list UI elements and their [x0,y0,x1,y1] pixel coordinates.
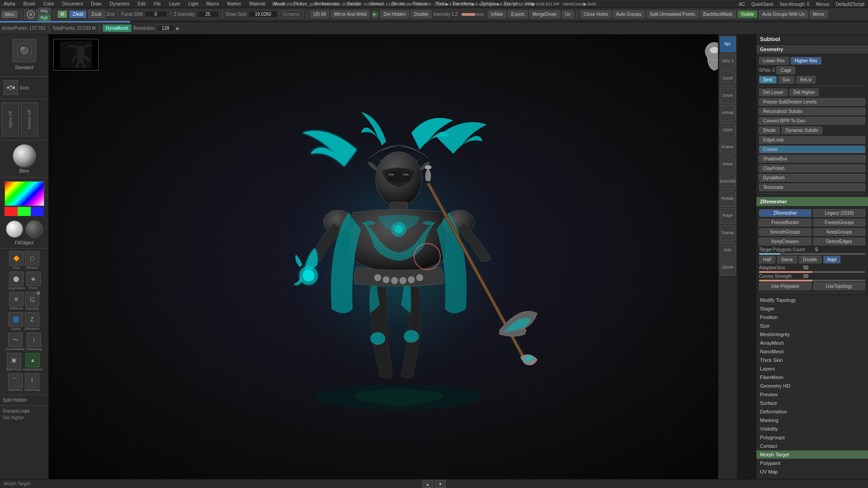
cage-btn[interactable]: Cage [776,66,795,74]
nano-mesh-item[interactable]: NanoMesh [756,347,868,356]
adapt-btn[interactable]: Adpt [823,256,841,263]
del-higher-right-btn[interactable]: Del Higher [789,89,819,96]
deformation-item[interactable]: Deformation [756,408,868,416]
frame-btn[interactable]: Frame [720,139,736,155]
thick-skin-item[interactable]: Thick Skin [756,356,868,365]
geometry-hd-item[interactable]: Geometry HD [756,382,868,390]
split-hidden-btn[interactable]: Split Hidden [0,397,48,404]
uv-btn[interactable]: Uv [562,10,574,18]
menu-material[interactable]: Material [247,1,267,7]
lower-res-btn[interactable]: Lower Res [759,57,789,65]
freeze-subdiv-btn[interactable]: Freeze SubDivision Levels [759,98,865,106]
morph-target-item[interactable]: Morph Target [756,450,868,459]
edgeloop-btn[interactable]: EdgeLoop [759,136,865,144]
tubesnap2-icon[interactable]: ⌇ [25,373,39,388]
auto-groups-btn[interactable]: Auto Groups [613,10,645,18]
curves-strength-slider[interactable] [759,280,865,282]
transp-btn[interactable]: Transp [720,225,736,241]
scroll-btn[interactable]: Scroll [720,70,736,87]
menu-brush[interactable]: Brush [22,1,37,7]
preview-item[interactable]: Preview [756,390,868,399]
visibility-item[interactable]: Visibility [756,425,868,433]
quicksave-btn[interactable]: QuickSave [750,1,775,7]
clay-icon[interactable]: 🔶 [9,251,24,266]
dark-sphere[interactable] [26,221,43,238]
inflate-btn[interactable]: Inflate [488,10,506,18]
del-hidden-btn[interactable]: Del Hidden [380,10,409,18]
groups-loops-btn[interactable]: GroupsLoops [0,408,48,414]
contact-item[interactable]: Contact [756,442,868,450]
surface-item[interactable]: Surface [756,399,868,408]
greenspike-icon[interactable]: ▲ [25,353,40,367]
udall-btn[interactable]: UD All [310,10,329,18]
immprim-icon[interactable]: ▣ [7,353,21,367]
freeze-groups-btn[interactable]: FreezeGroups [813,219,866,226]
fibermesh-item[interactable]: FiberMesh [756,373,868,382]
menu-color[interactable]: Color [42,1,56,7]
array-mesh-item[interactable]: ArrayMesh [756,339,868,347]
del-lower-right-btn[interactable]: Del Lower [759,89,788,96]
size-item[interactable]: Size [756,322,868,330]
smooth-groups-btn[interactable]: SmoothGroups [759,228,811,236]
sent-btn[interactable]: Sent [759,76,777,84]
divide-btn[interactable]: Divide [759,127,780,134]
zpose-btn[interactable]: Zpose [720,259,736,276]
bottom-nav-down[interactable]: ▼ [435,480,446,488]
detect-edges-btn[interactable]: DetectEdges [813,238,866,245]
use-topo-btn[interactable]: UseTopology [813,282,866,290]
m-btn[interactable]: M [57,10,67,18]
defaultzscript-btn[interactable]: DefaultZScript [834,1,866,7]
rotate-btn[interactable]: Rotate [720,191,736,207]
itbox-btn[interactable]: ItBox [2,11,18,18]
visible-btn[interactable]: Visible [738,10,757,18]
modify-topology-item[interactable]: Modify Topology [756,296,868,305]
double-right-btn[interactable]: Double [799,256,821,263]
menu-document[interactable]: Document [61,1,85,7]
mesh-integrity-item[interactable]: MeshIntegrity [756,330,868,339]
mirror-weld-btn[interactable]: Mirror And Weld [331,10,370,18]
zoom3d-btn[interactable]: Zoom3D [720,174,736,190]
dynamesh-btn[interactable]: DynaMesh [103,24,132,32]
menu-draw[interactable]: Draw [89,1,103,7]
standard-brush-icon[interactable] [13,39,36,62]
zremesher-btn[interactable]: ZRemesher [759,209,811,217]
menu-dynamics[interactable]: Dynamics [108,1,132,7]
move-btn[interactable]: Move [720,156,736,173]
zremesher-header[interactable]: ZRemesher [756,197,868,206]
material-sphere[interactable] [13,144,36,168]
menu-marker[interactable]: Marker [225,1,243,7]
zmodeler-icon[interactable]: Z [25,312,39,327]
polyf-btn[interactable]: PolyF [720,208,736,224]
menus-btn[interactable]: Menus [814,1,831,7]
higher-res-btn[interactable]: Higher Res [791,57,821,65]
auto-groups-uv-btn[interactable]: Auto Groups With Uv [759,10,808,18]
menu-edit[interactable]: Edit [136,1,147,7]
shadowbox-btn[interactable]: ShadowBox [759,155,865,163]
claytubes-icon[interactable]: ⬤ [9,272,24,286]
geometry-header[interactable]: Geometry [756,45,868,54]
hpolish-icon[interactable]: ⬡ [25,251,39,266]
rgb-btn[interactable]: Rgb [38,14,51,21]
double-btn[interactable]: Double [411,10,432,18]
zadd-btn[interactable]: ZAdd [69,10,86,18]
solo-btn[interactable]: Solo [720,242,736,258]
backface-mask-btn[interactable]: BackfaceMask [700,10,736,18]
zoom-btn[interactable]: Zoom [720,88,736,104]
crease-btn[interactable]: Crease [759,145,865,153]
half-btn[interactable]: Half [759,256,775,263]
slasharc-icon[interactable]: ⌒ [8,373,23,388]
curvemask-icon[interactable]: 〜 [8,333,23,347]
dynamesh-right-btn[interactable]: DynaMesh [759,174,865,182]
same-btn[interactable]: Same [777,256,797,263]
dynamic-btn[interactable]: Dynamic [279,10,303,18]
mirror-btn[interactable]: Mirror [810,10,828,18]
menu-light[interactable]: Light [187,1,200,7]
zintensity-value[interactable]: 25 [197,11,219,18]
polygroups-item[interactable]: Polygroups [756,433,868,442]
menu-alpha[interactable]: Alpha [2,1,17,7]
polypaint-item[interactable]: Polypaint [756,459,868,468]
menu-file[interactable]: File [152,1,163,7]
reliv-btn[interactable]: ReLiv [796,76,816,84]
del-higher-left-btn[interactable]: Del Higher [0,414,48,421]
use-polypaint-btn[interactable]: Use Polypaint [759,282,811,290]
